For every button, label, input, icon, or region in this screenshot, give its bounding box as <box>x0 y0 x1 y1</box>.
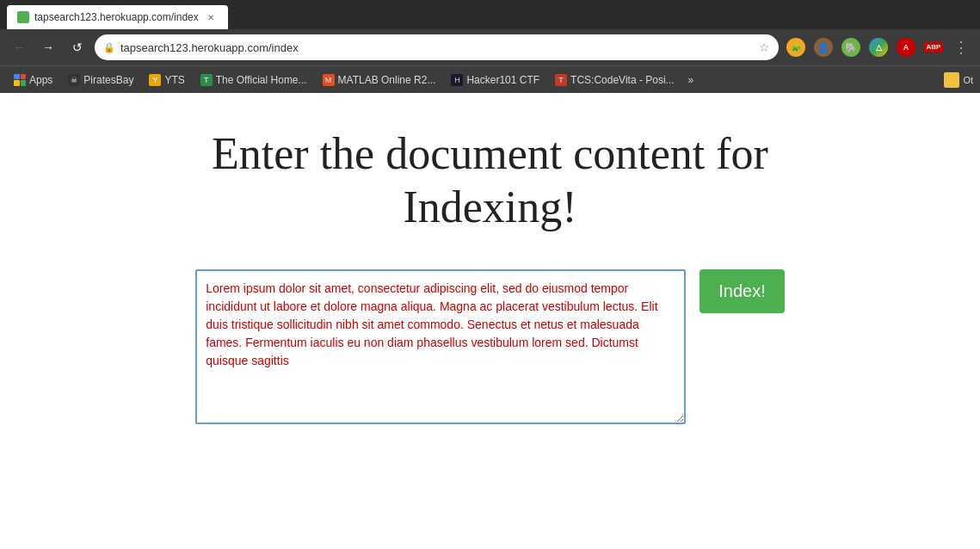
lock-icon: 🔒 <box>103 42 115 53</box>
bookmark-official-home-label: The Official Home... <box>216 74 307 86</box>
tab-close-button[interactable]: ✕ <box>204 10 218 24</box>
forward-button[interactable]: → <box>36 35 60 59</box>
bookmark-piratesbay[interactable]: ☠ PiratesBay <box>61 71 140 89</box>
google-drive-icon[interactable]: △ <box>866 35 891 59</box>
bookmark-tcs[interactable]: T TCS:CodeVita - Posi... <box>548 71 681 89</box>
bookmark-matlab[interactable]: M MATLAB Online R2... <box>316 71 443 89</box>
extensions-icon[interactable]: 🧩 <box>784 35 808 59</box>
bookmark-matlab-label: MATLAB Online R2... <box>338 74 436 86</box>
bookmark-label: Ot <box>959 75 973 85</box>
index-button[interactable]: Index! <box>700 269 784 313</box>
abp-icon[interactable]: ABP <box>921 35 946 59</box>
bookmark-apps-label: Apps <box>29 74 52 86</box>
tab-title: tapsearch123.herokuapp.com/index <box>34 11 199 23</box>
bookmarks-bar: Apps ☠ PiratesBay Y YTS T The Official H… <box>0 65 980 93</box>
bookmark-hacker101[interactable]: H Hacker101 CTF <box>444 71 546 89</box>
bookmark-apps[interactable]: Apps <box>7 71 59 89</box>
page-content: Enter the document content for Indexing!… <box>0 93 980 540</box>
bookmark-official-home[interactable]: T The Official Home... <box>194 71 314 89</box>
acrobat-icon[interactable]: A <box>894 35 918 59</box>
tab-bar: tapsearch123.herokuapp.com/index ✕ <box>0 0 980 29</box>
bookmark-piratesbay-label: PiratesBay <box>83 74 133 86</box>
index-area: Lorem ipsum dolor sit amet, consectetur … <box>195 269 784 424</box>
profile-icon[interactable]: 👤 <box>811 35 835 59</box>
evernote-icon[interactable]: 🐘 <box>839 35 863 59</box>
toolbar-icons: 🧩 👤 🐘 △ A ABP ⋮ <box>784 35 973 59</box>
active-tab[interactable]: tapsearch123.herokuapp.com/index ✕ <box>7 5 228 29</box>
reload-button[interactable]: ↺ <box>65 35 89 59</box>
tab-favicon <box>17 11 29 23</box>
bookmark-star-icon[interactable]: ☆ <box>759 40 770 54</box>
more-icon[interactable]: ⋮ <box>949 35 973 59</box>
back-button[interactable]: ← <box>7 35 31 59</box>
bookmark-tcs-label: TCS:CodeVita - Posi... <box>570 74 675 86</box>
bookmark-star-folder[interactable] <box>944 72 959 88</box>
address-bar-container[interactable]: 🔒 ☆ <box>95 34 779 60</box>
bookmarks-more-button[interactable]: » <box>683 71 700 89</box>
bookmark-yts[interactable]: Y YTS <box>142 71 191 89</box>
page-title: Enter the document content for Indexing! <box>212 127 768 235</box>
bookmark-yts-label: YTS <box>164 74 184 86</box>
document-textarea[interactable]: Lorem ipsum dolor sit amet, consectetur … <box>195 269 686 424</box>
bookmark-hacker101-label: Hacker101 CTF <box>466 74 539 86</box>
browser-chrome: tapsearch123.herokuapp.com/index ✕ ← → ↺… <box>0 0 980 93</box>
browser-toolbar: ← → ↺ 🔒 ☆ 🧩 👤 🐘 <box>0 29 980 65</box>
address-bar-input[interactable] <box>120 41 754 54</box>
